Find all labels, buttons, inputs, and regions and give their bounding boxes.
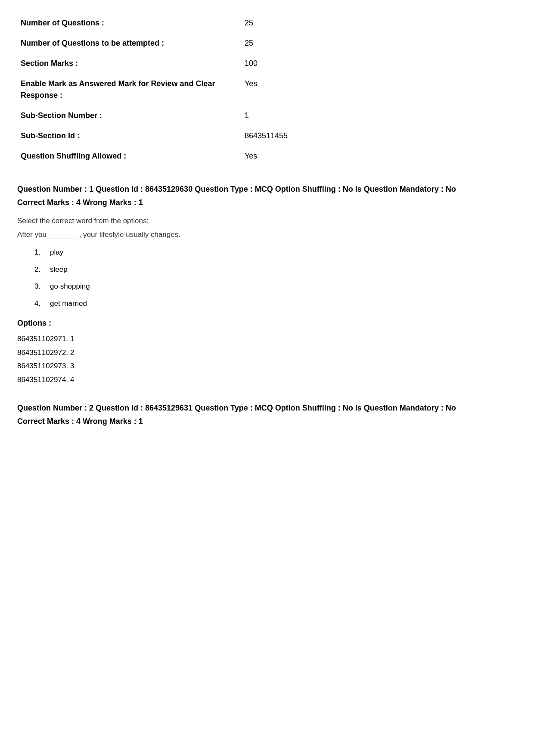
option-text: sleep: [50, 264, 68, 275]
info-value: 25: [241, 13, 517, 33]
option-number: 1.: [34, 247, 45, 258]
instruction-text: Select the correct word from the options…: [17, 215, 517, 227]
question-sentence: After you _______ , your lifestyle usual…: [17, 229, 517, 240]
option-number: 3.: [34, 281, 45, 292]
question-header: Question Number : 1 Question Id : 864351…: [17, 184, 517, 195]
info-value: 25: [241, 33, 517, 53]
info-value: Yes: [241, 146, 517, 166]
option-text: go shopping: [50, 281, 90, 292]
info-label: Enable Mark as Answered Mark for Review …: [17, 74, 241, 106]
option-id-item: 864351102971. 1: [17, 333, 517, 345]
option-text: play: [50, 247, 63, 258]
answer-option-item: 3.go shopping: [34, 281, 517, 292]
info-label: Number of Questions :: [17, 13, 241, 33]
marks-line: Correct Marks : 4 Wrong Marks : 1: [17, 197, 517, 208]
question-block: Question Number : 1 Question Id : 864351…: [17, 184, 517, 385]
info-label: Number of Questions to be attempted :: [17, 33, 241, 53]
answer-options-list: 1.play2.sleep3.go shopping4.get married: [17, 247, 517, 309]
option-text: get married: [50, 298, 87, 309]
option-ids-list: 864351102971. 1864351102972. 28643511029…: [17, 333, 517, 385]
question-header: Question Number : 2 Question Id : 864351…: [17, 402, 517, 414]
answer-option-item: 2.sleep: [34, 264, 517, 275]
info-value: 100: [241, 53, 517, 74]
option-id-item: 864351102973. 3: [17, 361, 517, 372]
question-block: Question Number : 2 Question Id : 864351…: [17, 402, 517, 427]
answer-option-item: 4.get married: [34, 298, 517, 309]
option-number: 2.: [34, 264, 45, 275]
info-label: Sub-Section Id :: [17, 126, 241, 146]
info-table: Number of Questions :25Number of Questio…: [17, 13, 517, 166]
info-label: Sub-Section Number :: [17, 106, 241, 126]
marks-line: Correct Marks : 4 Wrong Marks : 1: [17, 416, 517, 427]
option-id-item: 864351102974. 4: [17, 374, 517, 386]
option-number: 4.: [34, 298, 45, 309]
info-label: Question Shuffling Allowed :: [17, 146, 241, 166]
info-value: Yes: [241, 74, 517, 106]
info-label: Section Marks :: [17, 53, 241, 74]
options-label: Options :: [17, 317, 517, 329]
option-id-item: 864351102972. 2: [17, 347, 517, 358]
questions-container: Question Number : 1 Question Id : 864351…: [17, 184, 517, 427]
answer-option-item: 1.play: [34, 247, 517, 258]
info-value: 1: [241, 106, 517, 126]
info-value: 8643511455: [241, 126, 517, 146]
